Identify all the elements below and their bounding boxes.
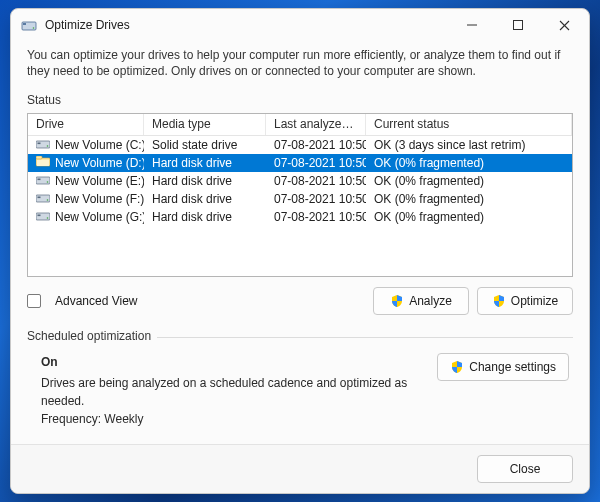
scheduled-text: On Drives are being analyzed on a schedu… xyxy=(41,353,425,428)
drive-name: New Volume (C:) xyxy=(55,138,144,152)
shield-icon xyxy=(492,294,506,308)
window-title: Optimize Drives xyxy=(45,18,130,32)
status-label: Status xyxy=(27,93,573,107)
col-header-status[interactable]: Current status xyxy=(366,114,572,135)
drives-list[interactable]: Drive Media type Last analyzed or ... Cu… xyxy=(27,113,573,277)
shield-icon xyxy=(390,294,404,308)
svg-rect-1 xyxy=(23,23,26,25)
svg-rect-16 xyxy=(36,195,50,202)
drive-icon xyxy=(36,138,55,152)
svg-point-21 xyxy=(47,218,49,220)
optimize-label: Optimize xyxy=(511,294,558,308)
svg-point-15 xyxy=(47,182,49,184)
analyze-label: Analyze xyxy=(409,294,452,308)
drive-name: New Volume (D:) xyxy=(55,156,144,170)
maximize-button[interactable] xyxy=(495,10,541,40)
drive-icon xyxy=(36,192,55,206)
last-analyzed: 07-08-2021 10:50 xyxy=(266,156,366,170)
drives-list-header: Drive Media type Last analyzed or ... Cu… xyxy=(28,114,572,136)
col-header-last[interactable]: Last analyzed or ... xyxy=(266,114,366,135)
svg-point-18 xyxy=(47,200,49,202)
last-analyzed: 07-08-2021 10:50 xyxy=(266,138,366,152)
table-row[interactable]: New Volume (G:)Hard disk drive07-08-2021… xyxy=(28,208,572,226)
table-row[interactable]: New Volume (C:)Solid state drive07-08-20… xyxy=(28,136,572,154)
svg-point-2 xyxy=(33,27,35,29)
table-row[interactable]: New Volume (F:)Hard disk drive07-08-2021… xyxy=(28,190,572,208)
svg-rect-11 xyxy=(36,156,42,159)
advanced-view-label[interactable]: Advanced View xyxy=(55,294,138,308)
titlebar: Optimize Drives xyxy=(11,9,589,41)
media-type: Hard disk drive xyxy=(144,156,266,170)
current-status: OK (0% fragmented) xyxy=(366,192,572,206)
table-row[interactable]: New Volume (D:)Hard disk drive07-08-2021… xyxy=(28,154,572,172)
optimize-button[interactable]: Optimize xyxy=(477,287,573,315)
app-icon xyxy=(21,17,37,33)
svg-rect-7 xyxy=(36,141,50,148)
current-status: OK (0% fragmented) xyxy=(366,210,572,224)
close-dialog-button[interactable]: Close xyxy=(477,455,573,483)
shield-icon xyxy=(450,360,464,374)
last-analyzed: 07-08-2021 10:50 xyxy=(266,174,366,188)
media-type: Solid state drive xyxy=(144,138,266,152)
intro-text: You can optimize your drives to help you… xyxy=(27,47,573,79)
drive-icon xyxy=(36,174,55,188)
drive-name: New Volume (G:) xyxy=(55,210,144,224)
media-type: Hard disk drive xyxy=(144,192,266,206)
svg-rect-14 xyxy=(38,179,41,181)
drive-icon xyxy=(36,210,55,224)
media-type: Hard disk drive xyxy=(144,210,266,224)
minimize-button[interactable] xyxy=(449,10,495,40)
svg-rect-8 xyxy=(38,143,41,145)
svg-rect-4 xyxy=(514,21,523,30)
optimize-drives-window: Optimize Drives You can optimize your dr… xyxy=(10,8,590,494)
drive-name: New Volume (E:) xyxy=(55,174,144,188)
change-settings-button[interactable]: Change settings xyxy=(437,353,569,381)
last-analyzed: 07-08-2021 10:50 xyxy=(266,210,366,224)
scheduled-desc: Drives are being analyzed on a scheduled… xyxy=(41,374,425,410)
svg-rect-20 xyxy=(38,215,41,217)
col-header-media[interactable]: Media type xyxy=(144,114,266,135)
svg-point-9 xyxy=(47,146,49,148)
table-row[interactable]: New Volume (E:)Hard disk drive07-08-2021… xyxy=(28,172,572,190)
current-status: OK (3 days since last retrim) xyxy=(366,138,572,152)
scheduled-state: On xyxy=(41,353,425,371)
close-label: Close xyxy=(510,462,541,476)
close-button[interactable] xyxy=(541,10,587,40)
scheduled-label: Scheduled optimization xyxy=(27,329,157,343)
drive-name: New Volume (F:) xyxy=(55,192,144,206)
svg-rect-12 xyxy=(37,160,49,166)
current-status: OK (0% fragmented) xyxy=(366,156,572,170)
footer: Close xyxy=(11,444,589,493)
analyze-button[interactable]: Analyze xyxy=(373,287,469,315)
svg-rect-13 xyxy=(36,177,50,184)
col-header-drive[interactable]: Drive xyxy=(28,114,144,135)
media-type: Hard disk drive xyxy=(144,174,266,188)
advanced-view-checkbox[interactable] xyxy=(27,294,41,308)
drive-icon xyxy=(36,156,55,170)
change-settings-label: Change settings xyxy=(469,360,556,374)
current-status: OK (0% fragmented) xyxy=(366,174,572,188)
svg-rect-17 xyxy=(38,197,41,199)
last-analyzed: 07-08-2021 10:50 xyxy=(266,192,366,206)
svg-rect-19 xyxy=(36,213,50,220)
scheduled-freq: Frequency: Weekly xyxy=(41,410,425,428)
